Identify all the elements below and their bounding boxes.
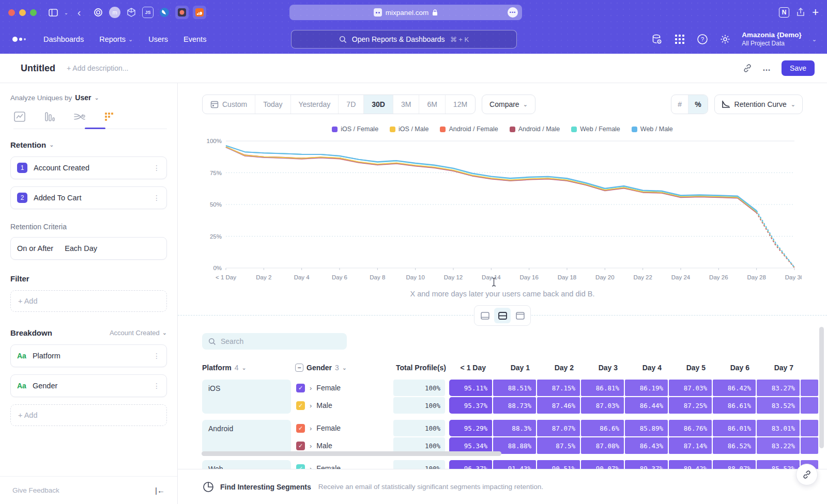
- expand-chevron-icon[interactable]: ›: [310, 384, 312, 392]
- extension-password-manager-icon[interactable]: [175, 6, 189, 19]
- collapse-sidebar-button[interactable]: |←: [155, 486, 165, 495]
- retention-value-cell[interactable]: 87.15%: [537, 380, 580, 396]
- analyze-entity-select[interactable]: User: [75, 93, 91, 102]
- maximize-window-button[interactable]: [30, 9, 37, 16]
- retention-value-cell[interactable]: 87.03%: [581, 397, 624, 414]
- retention-value-cell[interactable]: 87.25%: [669, 397, 712, 414]
- breakdown-options-button[interactable]: ⋮: [153, 352, 160, 360]
- series-line-incomplete[interactable]: [757, 211, 794, 267]
- legend-item[interactable]: Web / Male: [632, 125, 673, 133]
- range-7d[interactable]: 7D: [339, 95, 364, 114]
- retention-value-cell[interactable]: 86.01%: [713, 420, 756, 436]
- retention-value-cell[interactable]: 83.22%: [757, 437, 800, 454]
- tab-insights-icon[interactable]: [13, 111, 26, 122]
- breakdown-scope-select[interactable]: Account Created ⌄: [110, 329, 167, 337]
- retention-value-cell[interactable]: 83.52%: [757, 397, 800, 414]
- extension-cube-icon[interactable]: [125, 6, 138, 19]
- format-percent-button[interactable]: %: [688, 95, 707, 114]
- extension-m-avatar-icon[interactable]: m: [109, 7, 120, 18]
- retention-value-cell[interactable]: 83.01%: [757, 420, 800, 436]
- retention-value-cell[interactable]: 86.42%: [713, 380, 756, 396]
- new-tab-button[interactable]: +: [812, 6, 819, 19]
- minimize-window-button[interactable]: [19, 9, 26, 16]
- step-options-button[interactable]: ⋮: [153, 164, 160, 172]
- table-horizontal-scrollbar[interactable]: [202, 451, 501, 456]
- address-bar-more-button[interactable]: •••: [508, 7, 518, 18]
- breakdown-options-button[interactable]: ⋮: [153, 382, 160, 390]
- table-vertical-scrollbar[interactable]: [819, 327, 824, 448]
- retention-value-cell[interactable]: 95.11%: [449, 380, 492, 396]
- range-3m[interactable]: 3M: [393, 95, 419, 114]
- save-button[interactable]: Save: [782, 60, 815, 76]
- legend-item[interactable]: Web / Female: [571, 125, 620, 133]
- chart-type-select[interactable]: Retention Curve ⌄: [714, 94, 803, 114]
- retention-value-cell[interactable]: 87.07%: [537, 420, 580, 436]
- retention-value-cell[interactable]: 87.08%: [581, 437, 624, 454]
- range-today[interactable]: Today: [255, 95, 290, 114]
- format-number-button[interactable]: #: [671, 95, 688, 114]
- apps-grid-icon[interactable]: [673, 33, 686, 45]
- day-column-header[interactable]: Day 5: [669, 364, 713, 372]
- back-button[interactable]: ‹: [72, 5, 86, 20]
- series-line[interactable]: [226, 147, 757, 213]
- retention-value-cell-clipped[interactable]: [801, 420, 818, 436]
- range-custom[interactable]: Custom: [203, 95, 255, 114]
- retention-value-cell[interactable]: 87.03%: [669, 380, 712, 396]
- retention-step-a[interactable]: 1 Account Created ⋮: [10, 156, 167, 179]
- retention-value-cell[interactable]: 88.73%: [493, 397, 536, 414]
- retention-value-cell[interactable]: 95.29%: [449, 420, 492, 436]
- series-checkbox[interactable]: ✓: [296, 442, 305, 450]
- notion-extension-icon[interactable]: N: [779, 7, 789, 18]
- legend-item[interactable]: Android / Female: [440, 125, 498, 133]
- retention-value-cell[interactable]: 86.61%: [713, 397, 756, 414]
- day-column-header[interactable]: Day 4: [625, 364, 669, 372]
- sidebar-toggle-icon[interactable]: [46, 5, 60, 20]
- tab-funnels-icon[interactable]: [43, 111, 56, 122]
- tab-retention-icon[interactable]: [103, 111, 116, 122]
- table-only-view-button[interactable]: [512, 308, 528, 323]
- split-view-button[interactable]: [494, 308, 511, 323]
- close-window-button[interactable]: [8, 9, 15, 16]
- platform-cell[interactable]: Android: [202, 420, 291, 454]
- expand-chevron-icon[interactable]: ›: [310, 402, 312, 410]
- gender-cell[interactable]: ✓›Female: [295, 380, 393, 396]
- retention-value-cell[interactable]: 86.6%: [581, 420, 624, 436]
- add-breakdown-button[interactable]: + Add: [10, 404, 167, 426]
- breakdown-platform[interactable]: Aa Platform ⋮: [10, 344, 167, 367]
- retention-value-cell[interactable]: 86.81%: [581, 380, 624, 396]
- step-options-button[interactable]: ⋮: [153, 194, 160, 202]
- day-column-header[interactable]: Day 3: [581, 364, 625, 372]
- global-search[interactable]: Open Reports & Dashboards ⌘ + K: [291, 30, 517, 49]
- retention-value-cell[interactable]: 83.27%: [757, 380, 800, 396]
- legend-item[interactable]: iOS / Male: [390, 125, 428, 133]
- extension-target-icon[interactable]: [91, 6, 105, 19]
- give-feedback-link[interactable]: Give Feedback: [12, 486, 59, 494]
- retention-value-cell[interactable]: 88.51%: [493, 380, 536, 396]
- share-link-floating-button[interactable]: [796, 464, 818, 485]
- series-checkbox[interactable]: ✓: [296, 384, 305, 392]
- extension-globe-icon[interactable]: [158, 6, 171, 19]
- tab-flows-icon[interactable]: [73, 111, 86, 122]
- more-options-button[interactable]: …: [762, 64, 771, 73]
- retention-value-cell[interactable]: 86.19%: [625, 380, 668, 396]
- find-segments-link[interactable]: Find Interesting Segments: [220, 483, 311, 491]
- criteria-mode[interactable]: On or After: [17, 244, 53, 253]
- series-line[interactable]: [226, 147, 757, 213]
- retention-value-cell[interactable]: 88.3%: [493, 420, 536, 436]
- table-search-input[interactable]: Search: [202, 333, 347, 350]
- breakdown-gender[interactable]: Aa Gender ⋮: [10, 374, 167, 397]
- retention-value-cell-clipped[interactable]: [801, 397, 818, 414]
- series-line[interactable]: [226, 147, 757, 212]
- retention-value-cell-clipped[interactable]: [801, 437, 818, 454]
- legend-item[interactable]: Android / Male: [510, 125, 560, 133]
- gender-cell[interactable]: ✓›Female: [295, 420, 393, 436]
- day-column-header[interactable]: Day 7: [757, 364, 801, 372]
- add-description-field[interactable]: + Add description...: [67, 64, 128, 72]
- retention-value-cell-clipped[interactable]: [801, 380, 818, 396]
- day-column-header[interactable]: < 1 Day: [449, 364, 493, 372]
- retention-value-cell[interactable]: 86.52%: [713, 437, 756, 454]
- retention-criteria-select[interactable]: On or After Each Day: [10, 237, 167, 260]
- nav-item-events[interactable]: Events: [183, 35, 206, 43]
- retention-value-cell[interactable]: 87.14%: [669, 437, 712, 454]
- total-profiles-column-header[interactable]: Total Profile(s): [393, 364, 449, 372]
